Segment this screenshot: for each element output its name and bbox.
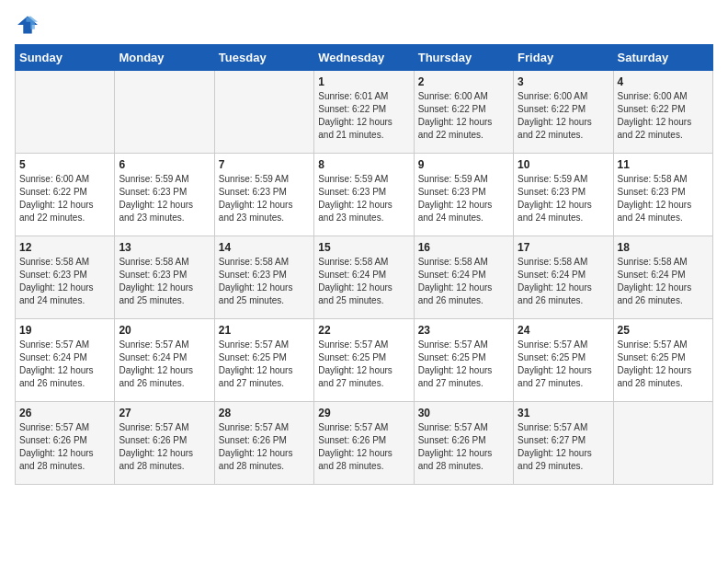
sunset-text: Sunset: 6:26 PM — [119, 435, 187, 445]
day-number: 4 — [618, 75, 709, 88]
sunrise-text: Sunrise: 5:57 AM — [618, 339, 688, 350]
sunset-text: Sunset: 6:24 PM — [618, 270, 686, 280]
sunrise-text: Sunrise: 5:58 AM — [618, 174, 688, 184]
sunrise-text: Sunrise: 5:59 AM — [318, 174, 388, 184]
day-info: Sunrise: 5:57 AM Sunset: 6:26 PM Dayligh… — [418, 421, 509, 473]
sunset-text: Sunset: 6:23 PM — [119, 270, 187, 280]
daylight-text: Daylight: 12 hours and 26 minutes. — [618, 282, 692, 305]
day-number: 21 — [219, 324, 310, 337]
calendar-cell: 20 Sunrise: 5:57 AM Sunset: 6:24 PM Dayl… — [115, 319, 214, 402]
day-number: 17 — [518, 241, 609, 254]
calendar-cell: 25 Sunrise: 5:57 AM Sunset: 6:25 PM Dayl… — [613, 319, 712, 402]
calendar-cell: 16 Sunrise: 5:58 AM Sunset: 6:24 PM Dayl… — [414, 236, 513, 319]
day-number: 12 — [19, 241, 110, 254]
sunset-text: Sunset: 6:25 PM — [518, 352, 586, 362]
day-info: Sunrise: 5:59 AM Sunset: 6:23 PM Dayligh… — [119, 173, 210, 224]
daylight-text: Daylight: 12 hours and 22 minutes. — [518, 117, 592, 140]
day-number: 2 — [418, 75, 509, 88]
weekday-header-thursday: Thursday — [414, 45, 513, 71]
sunset-text: Sunset: 6:24 PM — [119, 352, 187, 362]
day-number: 13 — [119, 241, 210, 254]
day-info: Sunrise: 5:59 AM Sunset: 6:23 PM Dayligh… — [318, 173, 409, 224]
day-info: Sunrise: 5:57 AM Sunset: 6:26 PM Dayligh… — [119, 421, 210, 473]
day-number: 25 — [618, 324, 709, 337]
daylight-text: Daylight: 12 hours and 26 minutes. — [19, 365, 94, 388]
sunset-text: Sunset: 6:26 PM — [219, 435, 287, 445]
day-info: Sunrise: 5:57 AM Sunset: 6:27 PM Dayligh… — [518, 421, 609, 473]
day-info: Sunrise: 5:58 AM Sunset: 6:24 PM Dayligh… — [418, 256, 509, 307]
day-info: Sunrise: 5:58 AM Sunset: 6:23 PM Dayligh… — [19, 256, 110, 307]
day-number: 11 — [618, 158, 709, 171]
calendar-cell — [214, 71, 313, 154]
weekday-header-tuesday: Tuesday — [214, 45, 313, 71]
calendar-cell: 19 Sunrise: 5:57 AM Sunset: 6:24 PM Dayl… — [16, 319, 115, 402]
sunset-text: Sunset: 6:22 PM — [618, 104, 686, 114]
sunrise-text: Sunrise: 5:57 AM — [518, 339, 587, 350]
sunset-text: Sunset: 6:23 PM — [418, 187, 486, 197]
calendar-cell: 3 Sunrise: 6:00 AM Sunset: 6:22 PM Dayli… — [514, 71, 613, 154]
sunrise-text: Sunrise: 5:57 AM — [318, 422, 388, 432]
day-number: 7 — [219, 158, 310, 171]
sunset-text: Sunset: 6:25 PM — [219, 352, 287, 362]
daylight-text: Daylight: 12 hours and 25 minutes. — [219, 282, 293, 305]
daylight-text: Daylight: 12 hours and 28 minutes. — [318, 448, 392, 471]
day-number: 5 — [19, 158, 110, 171]
sunrise-text: Sunrise: 5:57 AM — [518, 422, 587, 432]
sunrise-text: Sunrise: 5:58 AM — [219, 257, 289, 267]
day-number: 8 — [318, 158, 409, 171]
calendar-cell: 12 Sunrise: 5:58 AM Sunset: 6:23 PM Dayl… — [16, 236, 115, 319]
sunset-text: Sunset: 6:24 PM — [19, 352, 87, 362]
daylight-text: Daylight: 12 hours and 21 minutes. — [318, 117, 392, 140]
sunset-text: Sunset: 6:22 PM — [418, 104, 486, 114]
sunset-text: Sunset: 6:23 PM — [518, 187, 586, 197]
calendar-week-1: 1 Sunrise: 6:01 AM Sunset: 6:22 PM Dayli… — [16, 71, 713, 154]
day-number: 10 — [518, 158, 609, 171]
logo-icon — [15, 15, 40, 35]
sunrise-text: Sunrise: 6:01 AM — [318, 91, 388, 101]
sunrise-text: Sunrise: 5:59 AM — [518, 174, 587, 184]
day-info: Sunrise: 5:58 AM Sunset: 6:24 PM Dayligh… — [518, 256, 609, 307]
day-number: 15 — [318, 241, 409, 254]
sunrise-text: Sunrise: 5:57 AM — [418, 339, 488, 350]
sunset-text: Sunset: 6:23 PM — [219, 187, 287, 197]
calendar-cell: 2 Sunrise: 6:00 AM Sunset: 6:22 PM Dayli… — [414, 71, 513, 154]
sunset-text: Sunset: 6:25 PM — [618, 352, 686, 362]
sunrise-text: Sunrise: 5:57 AM — [219, 339, 289, 350]
calendar-table: SundayMondayTuesdayWednesdayThursdayFrid… — [15, 44, 713, 485]
calendar-week-4: 19 Sunrise: 5:57 AM Sunset: 6:24 PM Dayl… — [16, 319, 713, 402]
day-info: Sunrise: 5:59 AM Sunset: 6:23 PM Dayligh… — [418, 173, 509, 224]
sunrise-text: Sunrise: 5:57 AM — [19, 339, 89, 350]
day-number: 26 — [19, 407, 110, 419]
day-info: Sunrise: 5:57 AM Sunset: 6:25 PM Dayligh… — [318, 339, 409, 390]
day-info: Sunrise: 6:00 AM Sunset: 6:22 PM Dayligh… — [19, 173, 110, 224]
day-number: 19 — [19, 324, 110, 337]
daylight-text: Daylight: 12 hours and 29 minutes. — [518, 448, 592, 471]
daylight-text: Daylight: 12 hours and 28 minutes. — [618, 365, 692, 388]
daylight-text: Daylight: 12 hours and 26 minutes. — [119, 365, 193, 388]
calendar-cell — [115, 71, 214, 154]
day-info: Sunrise: 5:59 AM Sunset: 6:23 PM Dayligh… — [518, 173, 609, 224]
day-info: Sunrise: 5:58 AM Sunset: 6:24 PM Dayligh… — [618, 256, 709, 307]
calendar-cell: 7 Sunrise: 5:59 AM Sunset: 6:23 PM Dayli… — [214, 154, 313, 236]
sunrise-text: Sunrise: 5:59 AM — [219, 174, 289, 184]
day-info: Sunrise: 5:58 AM Sunset: 6:23 PM Dayligh… — [219, 256, 310, 307]
sunset-text: Sunset: 6:27 PM — [518, 435, 586, 445]
day-info: Sunrise: 6:00 AM Sunset: 6:22 PM Dayligh… — [418, 90, 509, 142]
header — [15, 15, 713, 35]
sunset-text: Sunset: 6:22 PM — [19, 187, 87, 197]
calendar-cell: 29 Sunrise: 5:57 AM Sunset: 6:26 PM Dayl… — [314, 402, 414, 485]
calendar-cell: 21 Sunrise: 5:57 AM Sunset: 6:25 PM Dayl… — [214, 319, 313, 402]
daylight-text: Daylight: 12 hours and 25 minutes. — [318, 282, 392, 305]
day-number: 22 — [318, 324, 409, 337]
daylight-text: Daylight: 12 hours and 26 minutes. — [518, 282, 592, 305]
sunrise-text: Sunrise: 6:00 AM — [518, 91, 587, 101]
logo — [15, 15, 44, 35]
day-number: 30 — [418, 407, 509, 419]
day-info: Sunrise: 5:57 AM Sunset: 6:25 PM Dayligh… — [518, 339, 609, 390]
day-info: Sunrise: 6:00 AM Sunset: 6:22 PM Dayligh… — [518, 90, 609, 142]
sunset-text: Sunset: 6:26 PM — [418, 435, 486, 445]
day-number: 16 — [418, 241, 509, 254]
day-number: 18 — [618, 241, 709, 254]
sunset-text: Sunset: 6:26 PM — [318, 435, 386, 445]
sunrise-text: Sunrise: 5:59 AM — [418, 174, 488, 184]
